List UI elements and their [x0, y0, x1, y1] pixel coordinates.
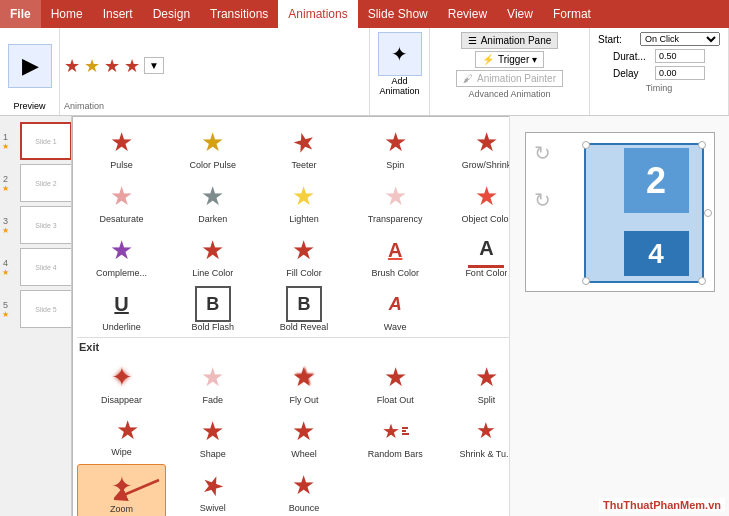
anim-fill-color[interactable]: ★ Fill Color: [259, 229, 348, 281]
delay-input[interactable]: [655, 66, 705, 80]
anim-zoom[interactable]: ✦ Zoom: [77, 464, 166, 516]
anim-split[interactable]: ★ Split: [442, 356, 509, 408]
object-color-label: Object Color: [461, 214, 509, 224]
anim-grow-shrink[interactable]: ★ Grow/Shrink: [442, 121, 509, 173]
ribbon-anim-item4[interactable]: ★: [124, 55, 140, 77]
arrow-svg: [114, 475, 164, 505]
swivel-icon: ★: [190, 462, 236, 508]
ribbon: ▶ Preview ★ ★ ★ ★ ▼ Animation ✦ AddAnima…: [0, 28, 729, 116]
timing-section-label: Timing: [646, 83, 673, 93]
anim-darken[interactable]: ★ Darken: [168, 175, 257, 227]
slide-3-num: 3: [3, 216, 8, 226]
anim-complementary[interactable]: ★ Compleme...: [77, 229, 166, 281]
anim-fade[interactable]: ★ Fade: [168, 356, 257, 408]
fly-out-icon: ★: [286, 359, 322, 395]
menu-home[interactable]: Home: [41, 0, 93, 28]
anim-spin[interactable]: ★ Spin: [351, 121, 440, 173]
slide-2[interactable]: 2 ★ Slide 2: [0, 162, 71, 204]
menu-design[interactable]: Design: [143, 0, 200, 28]
shrink-turn-icon: ★: [468, 413, 504, 449]
animation-pane-button[interactable]: ☰ Animation Pane: [461, 32, 559, 49]
anim-shape[interactable]: ★ Shape: [168, 410, 257, 462]
fill-color-label: Fill Color: [286, 268, 322, 278]
bold-flash-icon: B: [195, 286, 231, 322]
slides-panel: 1 ★ Slide 1 2 ★ Slide 2 3: [0, 116, 72, 516]
color-pulse-label: Color Pulse: [190, 160, 237, 170]
anim-color-pulse[interactable]: ★ Color Pulse: [168, 121, 257, 173]
menu-format[interactable]: Format: [543, 0, 601, 28]
slide-1[interactable]: 1 ★ Slide 1: [0, 120, 71, 162]
menu-slideshow[interactable]: Slide Show: [358, 0, 438, 28]
duration-row: Durat...: [613, 49, 705, 63]
ribbon-anim-item3[interactable]: ★: [104, 55, 120, 77]
menu-view[interactable]: View: [497, 0, 543, 28]
object-color-icon: ★: [468, 178, 504, 214]
anim-object-color[interactable]: ★ Object Color: [442, 175, 509, 227]
float-out-icon: ★: [377, 359, 413, 395]
menu-transitions[interactable]: Transitions: [200, 0, 278, 28]
slide-1-num: 1: [3, 132, 8, 142]
anim-line-color[interactable]: ★ Line Color: [168, 229, 257, 281]
painter-icon: 🖌: [463, 73, 473, 84]
start-select[interactable]: On Click: [640, 32, 720, 46]
ribbon-animations-gallery: ★ ★ ★ ★ ▼ Animation: [60, 28, 370, 115]
animation-dropdown: ★ Pulse ★ Color Pulse ★ Teeter: [72, 116, 509, 516]
animation-list: ★ Pulse ★ Color Pulse ★ Teeter: [73, 117, 509, 516]
exit-section-header: Exit: [77, 337, 509, 354]
anim-underline[interactable]: U Underline: [77, 283, 166, 335]
duration-input[interactable]: [655, 49, 705, 63]
animation-painter-button[interactable]: 🖌 Animation Painter: [456, 70, 563, 87]
menu-animations[interactable]: Animations: [278, 0, 357, 28]
advanced-animation-section: ☰ Animation Pane ⚡ Trigger ▾ 🖌 Animation…: [430, 28, 590, 115]
darken-icon: ★: [195, 178, 231, 214]
anim-fly-out[interactable]: ★ Fly Out: [259, 356, 348, 408]
slide-5-num: 5: [3, 300, 8, 310]
menubar: File Home Insert Design Transitions Anim…: [0, 0, 729, 28]
anim-font-color[interactable]: A Font Color: [442, 229, 509, 281]
anim-brush-color[interactable]: A Brush Color: [351, 229, 440, 281]
anim-bold-flash[interactable]: B Bold Flash: [168, 283, 257, 335]
anim-bold-reveal[interactable]: B Bold Reveal: [259, 283, 348, 335]
trigger-button[interactable]: ⚡ Trigger ▾: [475, 51, 544, 68]
menu-review[interactable]: Review: [438, 0, 497, 28]
line-color-icon: ★: [195, 232, 231, 268]
add-animation-section: ✦ AddAnimation: [370, 28, 430, 115]
wheel-label: Wheel: [291, 449, 317, 459]
wave-icon: A: [377, 286, 413, 322]
anim-shrink-turn[interactable]: ★ Shrink & Tu...: [442, 410, 509, 462]
anim-pulse[interactable]: ★ Pulse: [77, 121, 166, 173]
anim-teeter[interactable]: ★ Teeter: [259, 121, 348, 173]
add-animation-button[interactable]: ✦: [378, 32, 422, 76]
anim-transparency[interactable]: ★ Transparency: [351, 175, 440, 227]
lighten-label: Lighten: [289, 214, 319, 224]
anim-desaturate[interactable]: ★ Desaturate: [77, 175, 166, 227]
anim-random-bars[interactable]: ★ Random Bars: [351, 410, 440, 462]
anim-wave[interactable]: A Wave: [351, 283, 440, 335]
delay-row: Delay: [613, 66, 705, 80]
slide-3[interactable]: 3 ★ Slide 3: [0, 204, 71, 246]
ribbon-expand-btn[interactable]: ▼: [144, 57, 164, 74]
anim-swivel[interactable]: ★ Swivel: [168, 464, 257, 516]
ribbon-anim-item[interactable]: ★: [64, 55, 80, 77]
menu-file[interactable]: File: [0, 0, 41, 28]
menu-insert[interactable]: Insert: [93, 0, 143, 28]
disappear-icon: ✦: [104, 359, 140, 395]
grow-shrink-label: Grow/Shrink: [462, 160, 509, 170]
anim-lighten[interactable]: ★ Lighten: [259, 175, 348, 227]
ribbon-anim-item2[interactable]: ★: [84, 55, 100, 77]
anim-wheel[interactable]: ★ Wheel: [259, 410, 348, 462]
random-bars-label: Random Bars: [368, 449, 423, 459]
float-out-label: Float Out: [377, 395, 414, 405]
anim-disappear[interactable]: ✦ Disappear: [77, 356, 166, 408]
slide-4-num: 4: [3, 258, 8, 268]
slide-2-star: ★: [2, 184, 9, 193]
slide-4[interactable]: 4 ★ Slide 4: [0, 246, 71, 288]
fade-icon: ★: [195, 359, 231, 395]
anim-bounce[interactable]: ★ Bounce: [259, 464, 348, 516]
slide-1-thumb: Slide 1: [20, 122, 72, 160]
anim-float-out[interactable]: ★ Float Out: [351, 356, 440, 408]
preview-button[interactable]: ▶: [8, 44, 52, 88]
right-panel: ↻ ↻ 2 4: [509, 116, 729, 516]
slide-5[interactable]: 5 ★ Slide 5: [0, 288, 71, 330]
anim-wipe[interactable]: ★ Wipe: [77, 410, 166, 462]
